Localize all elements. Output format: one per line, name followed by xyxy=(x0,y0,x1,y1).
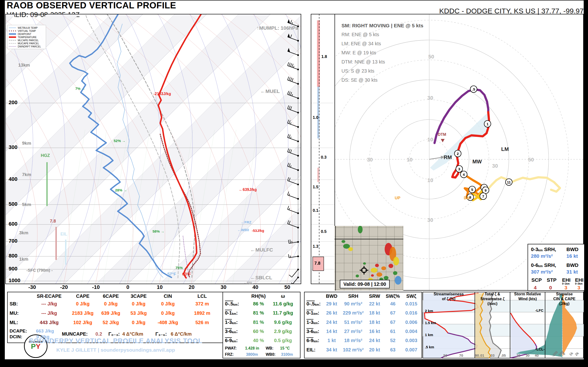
index-header-stp1: STP xyxy=(547,277,557,283)
chart-height-label: 2 km xyxy=(425,309,433,313)
moisture-row-label: 0-.5km: xyxy=(225,301,239,306)
strip-label: 0.5 xyxy=(321,229,327,234)
legend-label: VIRTUAL TEMP xyxy=(18,29,36,32)
bwd06-value: 31 kt xyxy=(566,269,578,275)
chart-height-label: 1.5 km xyxy=(425,321,436,325)
radar-echo xyxy=(356,275,359,277)
kin-cell: 16 kt xyxy=(369,329,380,334)
pressure-tick-label: 700 xyxy=(9,238,17,244)
kin-row-label: 3-6km: xyxy=(306,329,320,334)
thermo-cell: 0 J/kg xyxy=(132,301,146,306)
temp-tick-label: -30 xyxy=(28,284,36,290)
radar-echo xyxy=(377,272,382,277)
skewt-annotation: 28% → xyxy=(115,188,127,192)
strip-label: 1.5 xyxy=(313,185,319,189)
temp-tick-label: 50 xyxy=(285,284,290,290)
chart-title-line: Streamwise ζ xyxy=(480,297,505,301)
kin-row-label: 6-9km: xyxy=(306,338,320,343)
hodo-ring-label: 30 xyxy=(367,157,373,163)
omega-cell: 11.7 g/kg xyxy=(273,310,293,316)
kin-cell: 63 xyxy=(390,347,395,352)
moisture-row-label: 1-3km: xyxy=(225,320,238,325)
sfc-label: -SFC (790m) - xyxy=(26,268,53,273)
hodo-ring-label: 10 xyxy=(407,157,413,163)
index-header-ehi3: EHI xyxy=(575,277,583,283)
thermo-col-header: LCL xyxy=(198,294,207,299)
index-value: 3 xyxy=(564,285,567,290)
skewt-annotation: EIL xyxy=(61,232,67,236)
kin-cell: 14 kt xyxy=(326,329,337,334)
bwd03-value: 16 kt xyxy=(566,253,578,259)
hodo-ring-label: 50 xyxy=(528,157,534,163)
dcape-label: DCAPE: xyxy=(9,329,27,334)
kin-row-label: 0-1km: xyxy=(306,310,320,316)
radar-echo xyxy=(341,240,345,243)
kin-cell: 18 kt xyxy=(369,310,380,316)
legend-label: MLCAPE PARCEL xyxy=(18,39,39,42)
pressure-tick-label: 400 xyxy=(9,176,17,182)
hodo-motion-label-dn: DN xyxy=(464,196,470,200)
skewt-annotation: ←MULFC xyxy=(250,247,273,252)
kin-cell: 0.006 xyxy=(405,320,417,325)
wb0-value: 3100m xyxy=(281,353,293,357)
legend-label: WETBULB TEMP xyxy=(18,26,38,29)
pressure-tick-label: 500 xyxy=(9,201,17,207)
hodo-motion-label-dtm: DTM xyxy=(438,133,446,137)
chart-side-label: -LCL- xyxy=(535,347,545,351)
srh03-header: 0-3km SRH, xyxy=(531,247,556,252)
kin-cell: 102 m²/s² xyxy=(343,347,364,352)
temp-tick-label: 30 xyxy=(221,284,226,290)
omega-cell: 9.6 g/kg xyxy=(274,320,292,325)
chart-x-tick: 30 xyxy=(526,354,530,358)
skewt-annotation: -2183J/kg xyxy=(154,92,171,96)
thermo-cell: 1892 m xyxy=(194,311,210,316)
pwat-value: 1.428 in xyxy=(245,346,259,350)
kin-cell: 34 kt xyxy=(326,347,337,352)
legend-sample-dwndrft xyxy=(9,46,16,47)
legend-item: DEWPOINT xyxy=(9,32,44,35)
legend-label: DWNDRFT PARCEL xyxy=(18,45,41,48)
kin-col-header: SWζ% xyxy=(386,294,400,299)
lapse03-value: 4 Δ°C/km xyxy=(122,332,143,337)
index-value: 3 xyxy=(578,285,580,290)
chart-x-tick: .03 xyxy=(490,354,495,358)
index-header-ehi2: EHI xyxy=(562,277,571,283)
chart-x-tick: .05 xyxy=(501,354,506,358)
hodo-ring-label: 30 xyxy=(427,217,433,223)
bwd06-header: BWD xyxy=(566,263,579,268)
storm-motion-text-line: DTM: NNE @ 13 kts xyxy=(341,59,385,64)
skewt-annotation: 63°F xyxy=(182,272,191,276)
station-title: KDDC - DODGE CITY, KS US | 37.77, -99.97 xyxy=(439,7,584,15)
srh06-header: 0-6km SRH, xyxy=(531,263,556,268)
skewt-legend: WETBULB TEMPVIRTUAL TEMPDEWPOINTTEMPERAT… xyxy=(7,25,46,49)
wb-label: WB: xyxy=(266,346,273,350)
thermo-cell: 2183 J/kg xyxy=(72,311,94,316)
rh-cell: 40 % xyxy=(253,338,264,343)
kin-cell: 24 kt xyxy=(326,320,337,325)
kin-cell: 18 m²/s² xyxy=(344,338,362,343)
kin-cell: 26 kt xyxy=(326,310,337,316)
kin-cell: 0.015 xyxy=(405,301,417,306)
kin-col-header: SWζ xyxy=(406,294,416,299)
skewt-annotation: ↑MUMPL: 106hPa xyxy=(257,25,298,31)
lapse03-label: Γ₀₋₃: xyxy=(108,332,120,337)
thermo-cell: 0 J/kg xyxy=(76,301,90,306)
hodo-ring-label: 10 xyxy=(427,178,433,183)
thermo-col-header: 3CAPE xyxy=(131,294,147,299)
kin-cell: 29 kt xyxy=(326,301,337,306)
srh-bwd-summary-box: 0-3km SRH,BWD280 m²/s²16 kt0-6km SRH,BWD… xyxy=(527,244,585,291)
temp-tick-label: -20 xyxy=(60,284,68,290)
skewt-annotation: ←FRZ xyxy=(241,220,251,224)
legend-sample-mucape xyxy=(9,43,16,44)
kin-cell: 90 m²/s² xyxy=(344,301,362,306)
kin-col-header: SRW xyxy=(369,294,380,299)
temp-tick-label: 10 xyxy=(157,284,163,290)
thermo-cell: 526 m xyxy=(195,320,209,325)
chart-title-line: (J/kg) xyxy=(559,302,570,306)
thermo-col-header: 6CAPE xyxy=(103,294,119,299)
hodo-motion-label-mw: MW xyxy=(472,159,482,165)
kin-cell: 0.016 xyxy=(405,310,417,316)
index-header-scp0: SCP xyxy=(531,277,542,283)
radar-echo xyxy=(381,266,386,270)
chart-title-line: of ζ (%) xyxy=(442,297,455,301)
